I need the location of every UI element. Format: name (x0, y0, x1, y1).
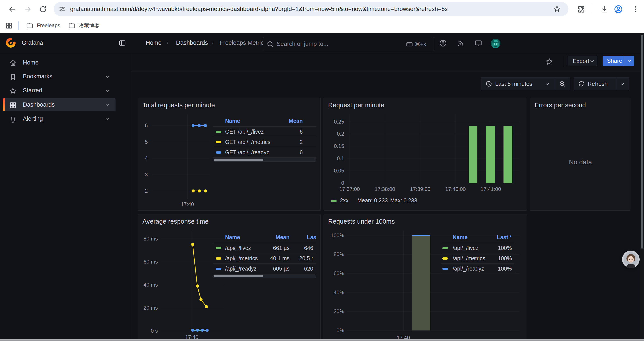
panel-title[interactable]: Requests under 100ms (328, 218, 395, 225)
tune-icon[interactable] (58, 5, 66, 13)
legend-header-name[interactable]: Name (225, 118, 240, 124)
legend-series-label[interactable]: /api/_/readyz (225, 265, 256, 272)
legend-header-name[interactable]: Name (453, 234, 468, 240)
legend-max-value: Max: 0.233 (390, 197, 417, 204)
legend-header-mean[interactable]: Mean (276, 234, 290, 240)
panel-title[interactable]: Request per minute (328, 102, 384, 109)
sidebar-toggle-icon[interactable] (118, 39, 126, 47)
toolbar-divider (564, 56, 564, 66)
share-dropdown-button[interactable] (624, 56, 634, 66)
y-axis-tick-label: 4 (138, 155, 148, 162)
bookmark-folder[interactable] (26, 22, 34, 30)
sidebar-item-home[interactable]: Home (3, 56, 116, 69)
bookmark-star-icon[interactable] (553, 5, 561, 13)
url-text[interactable]: grafana.mathmast.com/d/deytv4rwavabkb/fr… (70, 6, 448, 13)
legend-swatch (216, 131, 222, 133)
export-button[interactable]: Export (568, 56, 597, 66)
legend-value-last: 100% (498, 245, 512, 251)
brand-name[interactable]: Grafana (22, 40, 43, 46)
legend-row[interactable]: /api/_/readyz605 µs620 (213, 265, 316, 274)
legend-row[interactable]: /api/_/livez100% (441, 245, 514, 254)
share-button[interactable]: Share (602, 56, 624, 66)
chevron-down-icon[interactable] (104, 88, 110, 94)
legend-header-mean[interactable]: Mean (289, 118, 303, 124)
y-axis-tick-label: 0.05 (324, 167, 344, 174)
panel-total-requests-per-minute[interactable]: Total requests per minute 6543217:40Name… (138, 98, 321, 211)
legend-row[interactable]: /api/_/metrics40.1 ms20.5 r (213, 255, 316, 264)
download-icon[interactable] (600, 5, 608, 14)
sidebar-item-dashboards[interactable]: Dashboards (3, 98, 116, 111)
legend-series-label[interactable]: GET /api/_/metrics (225, 139, 270, 145)
bookmark-label[interactable]: Freeleaps (37, 22, 60, 29)
legend-row[interactable]: GET /api/_/readyz6 (213, 149, 316, 158)
profile-icon[interactable] (614, 5, 623, 14)
breadcrumb-home[interactable]: Home (146, 40, 162, 46)
legend-scrollbar[interactable] (213, 158, 316, 162)
legend-value-mean: 661 µs (273, 245, 290, 251)
legend-value-mean: 605 µs (273, 265, 290, 272)
legend-row[interactable]: GET /api/_/livez6 (213, 129, 316, 137)
legend-header-last[interactable]: Las (307, 234, 316, 240)
favorite-star-icon[interactable] (545, 58, 554, 66)
legend-row[interactable]: /api/_/livez661 µs646 (213, 245, 316, 254)
monitor-icon[interactable] (474, 39, 482, 47)
window-scrollbar[interactable] (640, 33, 644, 339)
legend-row[interactable]: /api/_/metrics100% (441, 255, 514, 264)
extensions-icon[interactable] (577, 5, 585, 14)
panel-errors-per-second[interactable]: Errors per second No data (530, 98, 631, 211)
horizontal-scrollbar[interactable] (0, 339, 644, 341)
bookmark-label[interactable]: 收藏博客 (78, 22, 100, 29)
legend-series-label[interactable]: /api/_/livez (225, 245, 251, 251)
legend-header-name[interactable]: Name (225, 234, 240, 240)
panel-request-per-minute[interactable]: Request per minute 0.250.20.150.10.05017… (324, 98, 527, 211)
legend-scrollbar-thumb[interactable] (214, 275, 263, 277)
legend-series-label[interactable]: /api/_/readyz (453, 265, 484, 272)
zoom-out-icon[interactable] (559, 80, 566, 87)
legend-row[interactable]: GET /api/_/metrics2 (213, 139, 316, 148)
panel-average-response-time[interactable]: Average response time 80 ms60 ms40 ms20 … (138, 214, 321, 341)
legend-value-last: 100% (498, 255, 512, 261)
chevron-down-icon[interactable] (620, 81, 625, 87)
panel-title[interactable]: Total requests per minute (142, 102, 215, 109)
back-icon[interactable] (8, 5, 16, 13)
y-axis-tick-label: 20% (324, 308, 344, 315)
legend-series-label[interactable]: /api/_/livez (453, 245, 478, 251)
user-avatar[interactable] (491, 39, 500, 48)
url-bar[interactable]: grafana.mathmast.com/d/deytv4rwavabkb/fr… (54, 2, 568, 16)
help-icon[interactable] (439, 39, 447, 47)
scrollbar-thumb[interactable] (641, 35, 643, 249)
apps-grid-icon[interactable] (5, 22, 13, 30)
panel-title[interactable]: Errors per second (534, 102, 586, 109)
legend-series-label[interactable]: GET /api/_/livez (225, 129, 264, 135)
reload-icon[interactable] (39, 5, 47, 13)
legend-series-label[interactable]: 2xx (340, 197, 348, 204)
news-rss-icon[interactable] (457, 39, 465, 47)
chevron-down-icon[interactable] (104, 102, 110, 108)
search-input[interactable]: Search or jump to... ⌘+k (263, 37, 434, 51)
sidebar-item-alerting[interactable]: Alerting (3, 112, 116, 125)
legend-series-label[interactable]: GET /api/_/readyz (225, 149, 269, 156)
forward-icon[interactable] (24, 5, 32, 13)
legend-scrollbar-thumb[interactable] (214, 159, 263, 161)
bookmark-folder[interactable] (68, 22, 76, 30)
legend-scrollbar[interactable] (213, 274, 316, 278)
sidebar-item-starred[interactable]: Starred (3, 84, 116, 97)
legend-header-last[interactable]: Last * (497, 234, 512, 240)
refresh-button[interactable]: Refresh (574, 77, 629, 90)
assistant-avatar[interactable] (622, 251, 640, 268)
legend-series-label[interactable]: /api/_/metrics (453, 255, 485, 261)
sidebar-item-bookmarks[interactable]: Bookmarks (3, 70, 116, 83)
panel-requests-under-100ms[interactable]: Requests under 100ms 100%80%60%40%20%0%1… (324, 214, 527, 341)
legend-row[interactable]: /api/_/readyz100% (441, 265, 514, 274)
legend-value-mean: 40.1 ms (270, 255, 290, 261)
menu-kebab-icon[interactable] (631, 5, 640, 14)
legend-series-label[interactable]: /api/_/metrics (225, 255, 258, 261)
chevron-down-icon[interactable] (104, 116, 110, 122)
time-range-picker[interactable]: Last 5 minutes (481, 77, 570, 90)
bookmarks-bar: Freeleaps 收藏博客 (0, 19, 644, 33)
chevron-down-icon[interactable] (104, 74, 110, 80)
y-axis-tick-label: 0 s (138, 327, 158, 334)
breadcrumb-dashboards[interactable]: Dashboards (176, 40, 208, 46)
grafana-logo-icon[interactable] (6, 38, 16, 48)
panel-title[interactable]: Average response time (142, 218, 209, 225)
